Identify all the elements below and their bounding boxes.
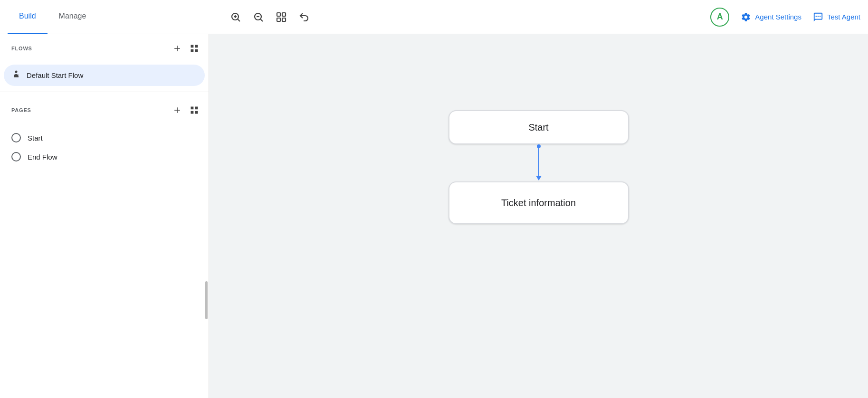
pages-list: Start End Flow <box>0 124 209 398</box>
agent-settings-label: Agent Settings <box>755 13 801 21</box>
agent-settings-button[interactable]: Agent Settings <box>741 12 801 22</box>
svg-rect-11 <box>815 16 817 17</box>
add-page-button[interactable] <box>171 104 184 117</box>
connector-line <box>538 148 539 176</box>
page-item-start[interactable]: Start <box>11 128 197 147</box>
flows-label: FLOWS <box>11 46 32 51</box>
pages-label: PAGES <box>11 107 31 113</box>
sidebar-scrollbar <box>205 281 208 319</box>
page-label-end-flow: End Flow <box>28 153 57 161</box>
ticket-node[interactable]: Ticket information <box>448 181 629 224</box>
focus-button[interactable] <box>274 9 289 25</box>
avatar[interactable]: A <box>710 8 729 27</box>
flow-connector <box>538 144 539 181</box>
add-flow-button[interactable] <box>171 42 184 55</box>
page-item-end-flow[interactable]: End Flow <box>11 147 197 166</box>
flow-canvas[interactable]: Start Ticket information <box>209 34 868 398</box>
start-node-label: Start <box>528 122 548 133</box>
flow-item-default[interactable]: Default Start Flow <box>4 65 205 86</box>
sidebar: FLOWS Default <box>0 34 209 398</box>
header-right: A Agent Settings Test Agent <box>710 8 860 27</box>
canvas-toolbar <box>217 9 710 25</box>
page-circle-end-flow <box>11 152 21 161</box>
svg-line-6 <box>261 19 263 21</box>
svg-rect-8 <box>282 13 286 16</box>
app-header: Build Manage <box>0 0 868 34</box>
test-agent-label: Test Agent <box>827 13 860 21</box>
test-agent-button[interactable]: Test Agent <box>813 12 860 22</box>
tab-manage[interactable]: Manage <box>48 0 98 34</box>
svg-rect-13 <box>820 16 821 17</box>
pages-header: PAGES <box>11 104 201 117</box>
flows-actions <box>171 42 201 55</box>
flows-grid-button[interactable] <box>188 42 201 55</box>
svg-rect-7 <box>277 13 280 16</box>
connector-arrow <box>536 176 542 180</box>
svg-rect-9 <box>277 18 280 21</box>
pages-actions <box>171 104 201 117</box>
page-label-start: Start <box>28 134 43 142</box>
page-circle-start <box>11 133 21 142</box>
zoom-in-button[interactable] <box>228 9 243 25</box>
flows-section: FLOWS <box>0 34 209 63</box>
chat-icon <box>813 12 823 22</box>
svg-rect-10 <box>282 18 286 21</box>
main-content: FLOWS Default <box>0 34 868 398</box>
flow-item-label: Default Start Flow <box>27 71 83 79</box>
svg-point-14 <box>15 71 18 73</box>
sidebar-divider <box>0 92 209 92</box>
flow-icon <box>11 69 21 81</box>
flows-header: FLOWS <box>11 42 201 55</box>
pages-section: PAGES <box>0 96 209 124</box>
svg-rect-12 <box>818 16 819 17</box>
pages-grid-button[interactable] <box>188 104 201 117</box>
start-node[interactable]: Start <box>448 110 629 144</box>
svg-line-3 <box>238 19 240 21</box>
ticket-node-label: Ticket information <box>501 198 576 208</box>
zoom-out-button[interactable] <box>251 9 266 25</box>
tab-build[interactable]: Build <box>8 0 48 34</box>
undo-button[interactable] <box>296 9 312 25</box>
header-tabs: Build Manage <box>8 0 217 34</box>
gear-icon <box>741 12 751 22</box>
